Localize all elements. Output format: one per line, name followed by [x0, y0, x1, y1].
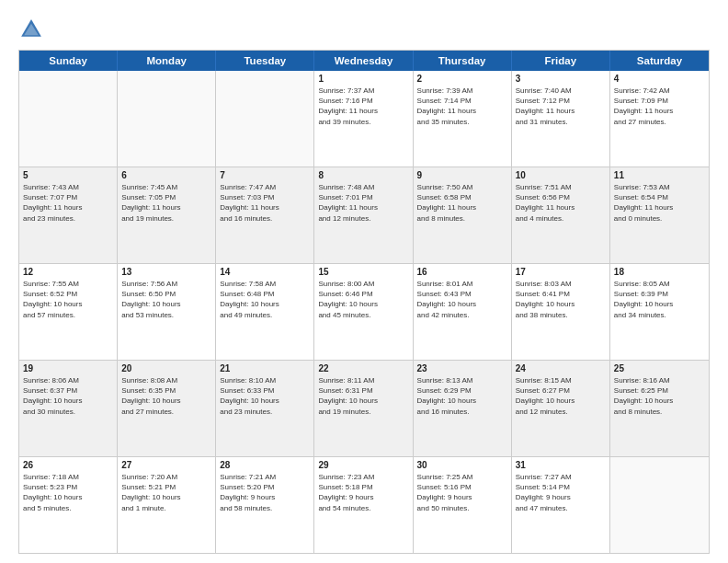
day-number: 30 [417, 460, 507, 470]
day-number: 4 [614, 74, 705, 84]
day-number: 2 [417, 74, 507, 84]
calendar-cell: 21Sunrise: 8:10 AMSunset: 6:33 PMDayligh… [216, 361, 314, 456]
calendar-cell: 15Sunrise: 8:00 AMSunset: 6:46 PMDayligh… [314, 264, 413, 360]
day-number: 31 [516, 460, 606, 470]
calendar-cell [19, 71, 118, 167]
calendar-cell: 17Sunrise: 8:03 AMSunset: 6:41 PMDayligh… [512, 264, 610, 360]
day-number: 3 [516, 74, 606, 84]
calendar-cell: 11Sunrise: 7:53 AMSunset: 6:54 PMDayligh… [610, 167, 709, 263]
calendar-cell: 13Sunrise: 7:56 AMSunset: 6:50 PMDayligh… [118, 264, 216, 360]
header-day-sunday: Sunday [19, 51, 118, 71]
calendar-cell: 3Sunrise: 7:40 AMSunset: 7:12 PMDaylight… [512, 71, 610, 167]
week-row-1: 1Sunrise: 7:37 AMSunset: 7:16 PMDaylight… [19, 71, 709, 167]
day-info: Sunrise: 8:15 AMSunset: 6:27 PMDaylight:… [516, 375, 606, 417]
calendar-cell: 10Sunrise: 7:51 AMSunset: 6:56 PMDayligh… [512, 167, 610, 263]
calendar-cell: 27Sunrise: 7:20 AMSunset: 5:21 PMDayligh… [118, 457, 216, 553]
calendar-header: SundayMondayTuesdayWednesdayThursdayFrid… [19, 51, 709, 71]
day-number: 20 [121, 363, 211, 373]
day-info: Sunrise: 7:56 AMSunset: 6:50 PMDaylight:… [121, 279, 211, 320]
calendar-cell: 19Sunrise: 8:06 AMSunset: 6:37 PMDayligh… [19, 361, 118, 456]
day-info: Sunrise: 7:18 AMSunset: 5:23 PMDaylight:… [23, 472, 113, 513]
day-number: 23 [417, 363, 507, 373]
day-info: Sunrise: 8:00 AMSunset: 6:46 PMDaylight:… [318, 279, 408, 320]
day-number: 18 [614, 267, 705, 277]
day-info: Sunrise: 8:03 AMSunset: 6:41 PMDaylight:… [516, 279, 606, 320]
day-number: 29 [318, 460, 408, 470]
header [18, 17, 710, 42]
calendar: SundayMondayTuesdayWednesdayThursdayFrid… [18, 50, 710, 554]
calendar-cell [216, 71, 314, 167]
day-info: Sunrise: 8:08 AMSunset: 6:35 PMDaylight:… [121, 375, 211, 417]
day-info: Sunrise: 7:45 AMSunset: 7:05 PMDaylight:… [121, 182, 211, 224]
day-number: 22 [318, 363, 408, 373]
day-info: Sunrise: 7:58 AMSunset: 6:48 PMDaylight:… [220, 279, 310, 320]
week-row-4: 19Sunrise: 8:06 AMSunset: 6:37 PMDayligh… [19, 361, 709, 457]
day-info: Sunrise: 8:13 AMSunset: 6:29 PMDaylight:… [417, 375, 507, 417]
calendar-cell: 31Sunrise: 7:27 AMSunset: 5:14 PMDayligh… [512, 457, 610, 553]
calendar-cell: 4Sunrise: 7:42 AMSunset: 7:09 PMDaylight… [610, 71, 709, 167]
day-info: Sunrise: 7:50 AMSunset: 6:58 PMDaylight:… [417, 182, 507, 224]
calendar-cell: 6Sunrise: 7:45 AMSunset: 7:05 PMDaylight… [118, 167, 216, 263]
day-info: Sunrise: 7:42 AMSunset: 7:09 PMDaylight:… [614, 86, 705, 127]
header-day-wednesday: Wednesday [314, 51, 413, 71]
day-number: 28 [220, 460, 310, 470]
day-number: 26 [23, 460, 113, 470]
day-info: Sunrise: 7:55 AMSunset: 6:52 PMDaylight:… [23, 279, 113, 320]
day-info: Sunrise: 7:43 AMSunset: 7:07 PMDaylight:… [23, 182, 113, 224]
week-row-3: 12Sunrise: 7:55 AMSunset: 6:52 PMDayligh… [19, 264, 709, 361]
day-info: Sunrise: 8:01 AMSunset: 6:43 PMDaylight:… [417, 279, 507, 320]
calendar-cell: 7Sunrise: 7:47 AMSunset: 7:03 PMDaylight… [216, 167, 314, 263]
calendar-cell: 8Sunrise: 7:48 AMSunset: 7:01 PMDaylight… [314, 167, 413, 263]
day-number: 27 [121, 460, 211, 470]
calendar-cell [118, 71, 216, 167]
day-number: 9 [417, 170, 507, 180]
day-number: 14 [220, 267, 310, 277]
header-day-monday: Monday [118, 51, 216, 71]
calendar-cell: 22Sunrise: 8:11 AMSunset: 6:31 PMDayligh… [314, 361, 413, 456]
day-info: Sunrise: 7:53 AMSunset: 6:54 PMDaylight:… [614, 182, 705, 224]
day-info: Sunrise: 7:21 AMSunset: 5:20 PMDaylight:… [220, 472, 310, 513]
day-info: Sunrise: 8:16 AMSunset: 6:25 PMDaylight:… [614, 375, 705, 417]
day-number: 24 [516, 363, 606, 373]
calendar-body: 1Sunrise: 7:37 AMSunset: 7:16 PMDaylight… [19, 71, 709, 553]
calendar-cell: 1Sunrise: 7:37 AMSunset: 7:16 PMDaylight… [314, 71, 413, 167]
week-row-5: 26Sunrise: 7:18 AMSunset: 5:23 PMDayligh… [19, 457, 709, 553]
calendar-cell: 14Sunrise: 7:58 AMSunset: 6:48 PMDayligh… [216, 264, 314, 360]
day-info: Sunrise: 8:06 AMSunset: 6:37 PMDaylight:… [23, 375, 113, 417]
day-number: 13 [121, 267, 211, 277]
calendar-cell: 2Sunrise: 7:39 AMSunset: 7:14 PMDaylight… [414, 71, 512, 167]
day-info: Sunrise: 8:11 AMSunset: 6:31 PMDaylight:… [318, 375, 408, 417]
day-number: 7 [220, 170, 310, 180]
calendar-cell [610, 457, 709, 553]
day-number: 5 [23, 170, 113, 180]
day-number: 11 [614, 170, 705, 180]
calendar-cell: 5Sunrise: 7:43 AMSunset: 7:07 PMDaylight… [19, 167, 118, 263]
day-info: Sunrise: 7:47 AMSunset: 7:03 PMDaylight:… [220, 182, 310, 224]
day-number: 8 [318, 170, 408, 180]
calendar-cell: 24Sunrise: 8:15 AMSunset: 6:27 PMDayligh… [512, 361, 610, 456]
day-info: Sunrise: 7:23 AMSunset: 5:18 PMDaylight:… [318, 472, 408, 513]
day-number: 19 [23, 363, 113, 373]
day-info: Sunrise: 7:39 AMSunset: 7:14 PMDaylight:… [417, 86, 507, 127]
day-number: 1 [318, 74, 408, 84]
day-info: Sunrise: 7:40 AMSunset: 7:12 PMDaylight:… [516, 86, 606, 127]
logo [18, 17, 50, 42]
calendar-cell: 28Sunrise: 7:21 AMSunset: 5:20 PMDayligh… [216, 457, 314, 553]
calendar-cell: 25Sunrise: 8:16 AMSunset: 6:25 PMDayligh… [610, 361, 709, 456]
day-info: Sunrise: 7:25 AMSunset: 5:16 PMDaylight:… [417, 472, 507, 513]
day-info: Sunrise: 7:20 AMSunset: 5:21 PMDaylight:… [121, 472, 211, 513]
calendar-cell: 20Sunrise: 8:08 AMSunset: 6:35 PMDayligh… [118, 361, 216, 456]
calendar-cell: 23Sunrise: 8:13 AMSunset: 6:29 PMDayligh… [414, 361, 512, 456]
day-info: Sunrise: 8:05 AMSunset: 6:39 PMDaylight:… [614, 279, 705, 320]
day-number: 17 [516, 267, 606, 277]
day-number: 6 [121, 170, 211, 180]
day-info: Sunrise: 7:48 AMSunset: 7:01 PMDaylight:… [318, 182, 408, 224]
header-day-tuesday: Tuesday [216, 51, 314, 71]
page: SundayMondayTuesdayWednesdayThursdayFrid… [0, 0, 728, 563]
day-number: 15 [318, 267, 408, 277]
calendar-cell: 16Sunrise: 8:01 AMSunset: 6:43 PMDayligh… [414, 264, 512, 360]
calendar-cell: 29Sunrise: 7:23 AMSunset: 5:18 PMDayligh… [314, 457, 413, 553]
calendar-cell: 30Sunrise: 7:25 AMSunset: 5:16 PMDayligh… [414, 457, 512, 553]
logo-icon [18, 17, 44, 42]
day-info: Sunrise: 8:10 AMSunset: 6:33 PMDaylight:… [220, 375, 310, 417]
